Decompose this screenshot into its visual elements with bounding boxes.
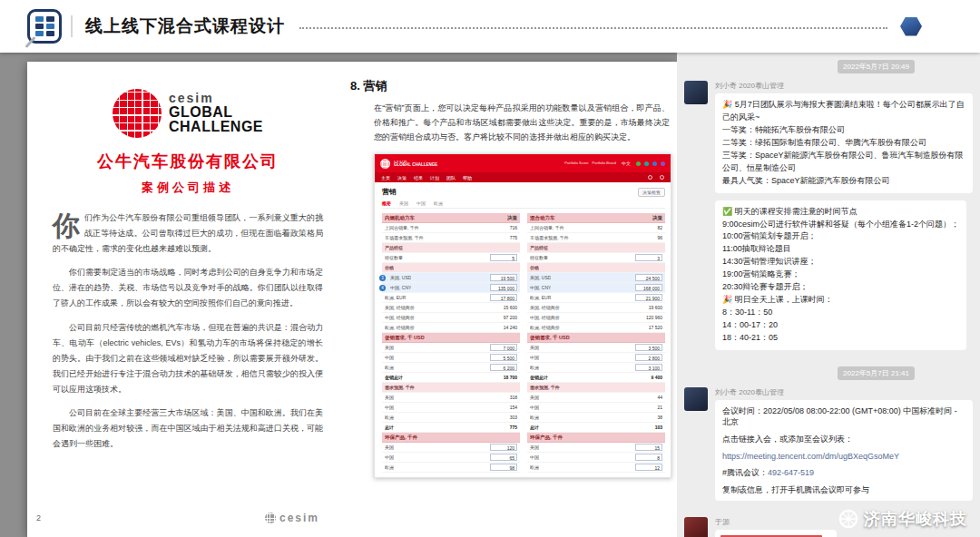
message-line: 🎉 5月7日团队展示与海报大赛圆满结束啦！每个公司都展示出了自己的风采~ bbox=[722, 99, 965, 124]
table-row: 美国318 bbox=[382, 393, 520, 403]
message-line: 最具人气奖：SpaceY新能源汽车股份有限公司 bbox=[722, 175, 965, 188]
status-dot-green bbox=[636, 161, 641, 166]
screenshot-nav: 主页 决策 结果 计划 团队 帮助 bbox=[375, 172, 671, 182]
message-line: 14:30营销管理知识讲座； bbox=[722, 256, 959, 268]
screenshot-brand: cesim GLOBAL CHALLENGE bbox=[394, 160, 437, 168]
message-line: ✅ 明天的课程安排需注意的时间节点 bbox=[722, 206, 959, 219]
meeting-link[interactable]: https://meeting.tencent.com/dm/ugBXeqGso… bbox=[722, 452, 899, 461]
tab-item: 美国 bbox=[399, 200, 408, 206]
chat-message: 刘小奇 2020泰山管理 🎉 5月7日团队展示与海报大赛圆满结束啦！每个公司都展… bbox=[684, 81, 973, 357]
message-line: 19:00营销策略竞赛； bbox=[722, 268, 959, 281]
screenshot-topbar: cesim GLOBAL CHALLENGE Portfolio Score P… bbox=[375, 154, 671, 172]
table-row: 促销需求, 千 USD bbox=[527, 333, 665, 343]
table-row: 中国2 800 bbox=[527, 353, 665, 363]
screenshot-body: 营销 决策检查 概要 美国 中国 欧洲 内燃机动力车决策上回合销量, 千件716… bbox=[375, 182, 671, 473]
watermark-text: 济南华峻科技 bbox=[864, 508, 967, 530]
table-row: 美国, 经销商价19 600 bbox=[527, 303, 665, 313]
case-paragraph: 你们作为公牛汽车股份有限公司重组领导团队，一系列意义重大的挑战正等待达成。公司曾… bbox=[53, 210, 323, 257]
avatar[interactable] bbox=[684, 387, 708, 411]
table-row: 中国65 bbox=[382, 453, 520, 463]
chat-message: 刘小奇 2020泰山管理 会议时间：2022/05/08 08:00-22:00… bbox=[684, 387, 973, 509]
table-row: 欧洲38 bbox=[527, 413, 665, 423]
case-body-text: 你们作为公牛汽车股份有限公司重组领导团队，一系列意义重大的挑战正等待达成。公司曾… bbox=[53, 210, 323, 452]
cesim-app-screenshot: cesim GLOBAL CHALLENGE Portfolio Score P… bbox=[374, 153, 671, 478]
table-row: 美国3 500 bbox=[527, 343, 665, 353]
cesim-footer-logo: cesim bbox=[265, 512, 319, 524]
table-row: 总计103 bbox=[527, 423, 665, 433]
message-line: 18：40-21：05 bbox=[722, 332, 959, 345]
case-paragraph: 公司目前在全球主要经营三大市场区域：美国、中国和欧洲。我们在美国和欧洲的业务相对… bbox=[53, 405, 323, 452]
top-header: 线上线下混合式课程设计 bbox=[0, 0, 980, 53]
table-row: 中国, 经销商价97 200 bbox=[382, 313, 520, 323]
huajun-logo-icon bbox=[838, 509, 858, 529]
page-number: 2 bbox=[36, 513, 41, 522]
avatar[interactable] bbox=[684, 81, 708, 104]
message-line: 20:30辩论赛专题开启； bbox=[722, 281, 959, 294]
table-row: 价格 bbox=[527, 263, 665, 273]
dotted-divider bbox=[299, 27, 887, 29]
table-row: 欧洲, 经销商价14 240 bbox=[382, 323, 520, 333]
table-row: 欧洲3 100 bbox=[527, 363, 665, 373]
table-row: 产品特征 bbox=[382, 243, 520, 253]
shared-image-attachment[interactable] bbox=[715, 530, 837, 537]
tab-item: 欧洲 bbox=[434, 200, 443, 206]
table-row: 环保产品, 千件 bbox=[527, 433, 665, 443]
logo-squares bbox=[46, 16, 54, 36]
chat-panel: 2022年5月7日 20:49 刘小奇 2020泰山管理 🎉 5月7日团队展示与… bbox=[677, 53, 980, 537]
message-line: 10:00营销策划专题开启； bbox=[722, 230, 959, 243]
table-row: 总计775 bbox=[382, 423, 520, 433]
bell-icon bbox=[660, 175, 664, 180]
logo-squares bbox=[35, 16, 44, 36]
logo-slash bbox=[24, 36, 35, 48]
message-line: 8：30-11：50 bbox=[722, 307, 959, 319]
cesim-logo: cesim GLOBAL CHALLENGE bbox=[53, 89, 323, 138]
cesim-mini-globe-icon bbox=[380, 159, 390, 169]
language-label: 中文 bbox=[622, 161, 631, 166]
hybrid-table: 混合动力车决策上回合销量, 千件82市场需求预测, 千件96产品特征特征数量3价… bbox=[527, 213, 665, 473]
table-row: 中国8 bbox=[527, 453, 665, 463]
marketing-column: 8. 营销 在“营销”页面上，您可以决定每种产品拟采用的功能数量以及营销组合，即… bbox=[350, 78, 673, 478]
message-line: 二等奖：绿拓国际制造有限公司、华腾汽车股份有限公司 bbox=[722, 137, 965, 150]
sender-name: 刘小奇 2020泰山管理 bbox=[715, 387, 973, 397]
dropcap: 你 bbox=[53, 212, 80, 239]
avatar[interactable] bbox=[684, 517, 708, 537]
table-row: 环保产品, 千件 bbox=[382, 433, 520, 443]
table-row: 中国154 bbox=[382, 403, 520, 413]
screenshot-page-title: 营销 bbox=[382, 187, 397, 197]
cesim-global: GLOBAL bbox=[169, 105, 263, 121]
step-badge: 3 bbox=[379, 275, 386, 281]
nav-item: 计划 bbox=[430, 175, 439, 181]
table-row: 中国5 500 bbox=[382, 353, 520, 363]
case-description-column: cesim GLOBAL CHALLENGE 公牛汽车股份有限公司 案例公司描述… bbox=[53, 89, 323, 460]
decision-check-button: 决策检查 bbox=[638, 188, 665, 197]
message-line: 复制该信息，打开手机腾讯会议即可参与 bbox=[722, 484, 965, 496]
table-row: 特征数量3 bbox=[527, 253, 665, 263]
watermark: 济南华峻科技 bbox=[838, 508, 967, 530]
table-row: 美国44 bbox=[527, 393, 665, 403]
course-logo-icon bbox=[27, 9, 62, 44]
case-paragraph: 公司目前只经营传统的燃机汽车市场，但现在普遍的共识是：混合动力车、电动车（ele… bbox=[53, 320, 323, 397]
table-row: 促销需求, 千 USD bbox=[382, 333, 520, 343]
message-line: 9:00cesim公司进行软件讲解和答疑（每个小组准备1-2个问题）； bbox=[722, 219, 959, 231]
table-row: 欧洲98 bbox=[382, 463, 520, 473]
table-row: 需求预测, 千件 bbox=[382, 383, 520, 393]
nav-item: 帮助 bbox=[463, 175, 472, 181]
table-row: 3美国, USD19 500 bbox=[382, 273, 520, 283]
sender-name: 刘小奇 2020泰山管理 bbox=[715, 81, 973, 91]
nav-item: 主页 bbox=[381, 175, 390, 181]
table-row: 欧洲, 经销商价17 520 bbox=[527, 323, 665, 333]
combustion-table: 内燃机动力车决策上回合销量, 千件716市场需求预测, 千件775产品特征特征数… bbox=[382, 213, 520, 473]
message-line: #腾讯会议：492-647-519 bbox=[722, 467, 965, 479]
status-dot-blue bbox=[652, 161, 657, 166]
company-subtitle: 案例公司描述 bbox=[53, 180, 323, 196]
table-row: 混合动力车决策 bbox=[527, 213, 665, 223]
screen: 线上线下混合式课程设计 cesim GLOBAL CHALLENGE 公牛汽车股… bbox=[0, 0, 980, 537]
message-line: 🎉 明日全天上课，上课时间： bbox=[722, 294, 959, 307]
portfolio-brand-label: Portfolio Brand bbox=[593, 161, 616, 165]
message-line: 会议时间：2022/05/08 08:00-22:00 (GMT+08:00) … bbox=[722, 405, 965, 428]
table-row: 4中国, CNY135 000 bbox=[382, 283, 520, 293]
header-divider bbox=[71, 15, 73, 37]
table-row: 欧洲6 200 bbox=[382, 363, 520, 373]
message-line: 11:00抽取辩论题目 bbox=[722, 243, 959, 256]
table-row: 需求预测, 千件 bbox=[527, 383, 665, 393]
